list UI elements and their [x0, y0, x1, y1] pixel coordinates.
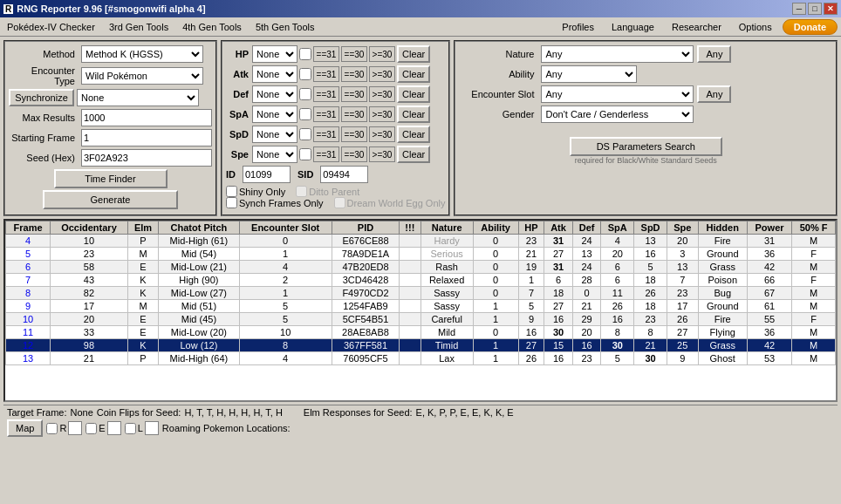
spe-eq31-button[interactable]: ==31	[313, 146, 339, 162]
donate-button[interactable]: Donate	[783, 19, 838, 35]
spa-checkbox[interactable]	[299, 108, 311, 120]
th-atk[interactable]: Atk	[544, 221, 573, 235]
spd-eq31-button[interactable]: ==31	[313, 126, 339, 142]
id-input[interactable]	[243, 166, 291, 183]
spd-select[interactable]: None	[252, 126, 297, 143]
frame-link[interactable]: 7	[25, 275, 31, 285]
starting-frame-input[interactable]	[81, 129, 212, 146]
atk-select[interactable]: None	[252, 65, 297, 83]
ds-params-button[interactable]: DS Parameters Search	[570, 137, 722, 156]
menu-researcher[interactable]: Researcher	[665, 20, 728, 34]
def-eq30-button[interactable]: ==30	[341, 86, 367, 102]
frame-link[interactable]: 10	[23, 314, 33, 324]
menu-profiles[interactable]: Profiles	[555, 20, 601, 34]
atk-checkbox[interactable]	[299, 68, 311, 80]
th-50f[interactable]: 50% F	[792, 221, 836, 235]
r-input-box[interactable]	[68, 421, 82, 435]
def-select[interactable]: None	[252, 85, 297, 103]
frame-link[interactable]: 11	[23, 327, 33, 337]
any-nature-button[interactable]: Any	[697, 45, 731, 63]
time-finder-button[interactable]: Time Finder	[54, 169, 168, 188]
spa-clear-button[interactable]: Clear	[397, 106, 430, 123]
shiny-only-checkbox[interactable]	[226, 186, 237, 197]
synchronize-button[interactable]: Synchronize	[9, 89, 74, 106]
frame-link[interactable]: 13	[23, 353, 33, 364]
method-select[interactable]: Method K (HGSS)	[81, 45, 203, 63]
th-hp[interactable]: HP	[518, 221, 544, 235]
th-slot[interactable]: Encounter Slot	[239, 221, 332, 235]
menu-pokedex-iv[interactable]: Pokédex-IV Checker	[0, 17, 102, 36]
atk-ge30-button[interactable]: >=30	[369, 66, 395, 82]
e-input-box[interactable]	[107, 421, 121, 435]
def-eq31-button[interactable]: ==31	[313, 86, 339, 102]
minimize-button[interactable]: ─	[792, 3, 806, 15]
def-clear-button[interactable]: Clear	[397, 85, 430, 103]
synch-frames-checkbox[interactable]	[226, 197, 237, 208]
menu-3rd-gen[interactable]: 3rd Gen Tools	[102, 17, 175, 36]
spa-select[interactable]: None	[252, 106, 297, 123]
sid-input[interactable]	[320, 166, 368, 183]
generate-button[interactable]: Generate	[43, 190, 178, 209]
def-checkbox[interactable]	[299, 88, 311, 100]
frame-link[interactable]: 4	[25, 235, 31, 246]
spa-eq31-button[interactable]: ==31	[313, 106, 339, 122]
th-elm[interactable]: Elm	[127, 221, 159, 235]
spd-eq30-button[interactable]: ==30	[341, 126, 367, 142]
menu-options[interactable]: Options	[732, 20, 779, 34]
spe-select[interactable]: None	[252, 146, 297, 163]
th-spd[interactable]: SpD	[634, 221, 667, 235]
th-spa[interactable]: SpA	[601, 221, 634, 235]
frame-link[interactable]: 6	[25, 262, 31, 272]
spd-clear-button[interactable]: Clear	[397, 126, 430, 143]
frame-link[interactable]: 12	[23, 340, 33, 351]
hp-select[interactable]: None	[252, 45, 297, 63]
frame-link[interactable]: 5	[25, 249, 31, 259]
seed-hex-input[interactable]	[81, 149, 212, 167]
maximize-button[interactable]: □	[808, 3, 822, 15]
results-table-container[interactable]: Frame Occidentary Elm Chatot Pitch Encou…	[3, 219, 838, 402]
max-results-input[interactable]	[81, 109, 212, 126]
synchronize-select[interactable]: None	[77, 89, 199, 106]
menu-language[interactable]: Language	[605, 20, 661, 34]
gender-select[interactable]: Don't Care / Genderless	[541, 106, 694, 123]
any-encounter-button[interactable]: Any	[697, 85, 731, 103]
th-def[interactable]: Def	[572, 221, 601, 235]
hp-ge30-button[interactable]: >=30	[369, 46, 395, 62]
l-checkbox[interactable]	[125, 423, 136, 434]
th-ability[interactable]: Ability	[473, 221, 518, 235]
encounter-type-select[interactable]: Wild Pokémon	[81, 67, 203, 85]
atk-clear-button[interactable]: Clear	[397, 65, 430, 83]
encounter-slot-select[interactable]: Any	[541, 85, 694, 103]
hp-eq30-button[interactable]: ==30	[341, 46, 367, 62]
spa-ge30-button[interactable]: >=30	[369, 106, 395, 122]
th-hidden[interactable]: Hidden	[698, 221, 747, 235]
hp-eq31-button[interactable]: ==31	[313, 46, 339, 62]
th-bang[interactable]: !!!	[400, 221, 420, 235]
th-spe[interactable]: Spe	[667, 221, 698, 235]
def-ge30-button[interactable]: >=30	[369, 86, 395, 102]
hp-clear-button[interactable]: Clear	[397, 45, 430, 63]
hp-checkbox[interactable]	[299, 48, 311, 60]
spa-eq30-button[interactable]: ==30	[341, 106, 367, 122]
menu-5th-gen[interactable]: 5th Gen Tools	[249, 17, 322, 36]
atk-eq30-button[interactable]: ==30	[341, 66, 367, 82]
nature-select[interactable]: Any	[541, 45, 694, 63]
th-nature[interactable]: Nature	[420, 221, 473, 235]
th-frame[interactable]: Frame	[6, 221, 51, 235]
spe-checkbox[interactable]	[299, 148, 311, 160]
th-power[interactable]: Power	[747, 221, 791, 235]
spe-ge30-button[interactable]: >=30	[369, 146, 395, 162]
th-occ[interactable]: Occidentary	[51, 221, 127, 235]
atk-eq31-button[interactable]: ==31	[313, 66, 339, 82]
frame-link[interactable]: 8	[25, 288, 31, 298]
spe-eq30-button[interactable]: ==30	[341, 146, 367, 162]
e-checkbox[interactable]	[85, 423, 97, 434]
th-chatot[interactable]: Chatot Pitch	[159, 221, 239, 235]
menu-4th-gen[interactable]: 4th Gen Tools	[175, 17, 249, 36]
spe-clear-button[interactable]: Clear	[397, 146, 430, 163]
ability-select[interactable]: Any	[541, 65, 637, 83]
spd-checkbox[interactable]	[299, 128, 311, 140]
r-checkbox[interactable]	[46, 423, 58, 434]
th-pid[interactable]: PID	[332, 221, 399, 235]
spd-ge30-button[interactable]: >=30	[369, 126, 395, 142]
